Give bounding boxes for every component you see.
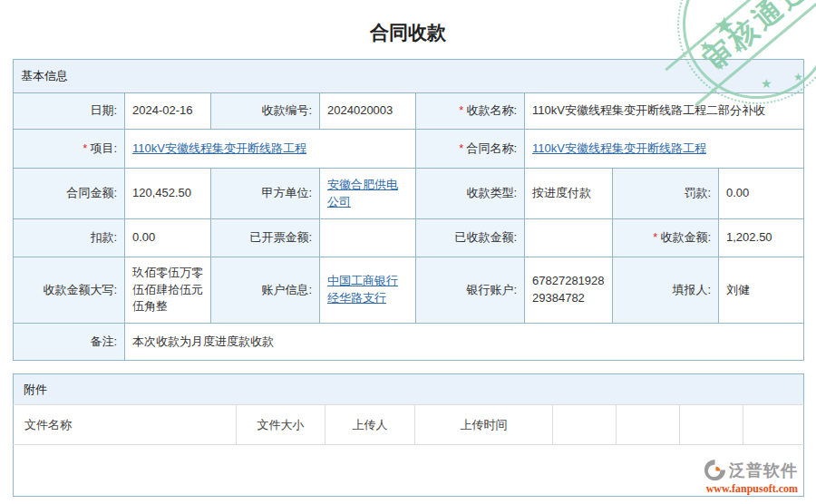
preparer-label: 填报人: (613, 257, 719, 324)
deduction-label: 扣款: (14, 219, 125, 257)
preparer-value: 刘健 (719, 257, 804, 324)
contract-name-label: *合同名称: (416, 130, 525, 169)
basic-info-panel: 基本信息 日期: 2024-02-16 收款编号: 2024020003 *收款… (13, 59, 803, 361)
contract-amount-value: 120,452.50 (125, 169, 211, 219)
amount-in-words-value: 玖佰零伍万零伍佰肆拾伍元伍角整 (125, 257, 211, 324)
attachments-panel: 附件 文件名称 文件大小 上传人 上传时间 泛普软件 (13, 373, 803, 497)
bank-account-label: 银行账户: (416, 257, 525, 324)
date-label: 日期: (14, 93, 125, 130)
attachment-col-uploadtime: 上传时间 (415, 405, 553, 445)
attachments-section-title: 附件 (14, 374, 804, 405)
party-a-value: 安徽合肥供电公司 (320, 169, 416, 219)
required-mark: * (653, 230, 657, 244)
receipt-type-value: 按进度付款 (525, 169, 613, 219)
page-title: 合同收款 (0, 20, 816, 45)
project-value: 110kV安徽线程集变开断线路工程 (125, 130, 416, 169)
required-mark: * (459, 141, 463, 155)
received-amount-value (525, 219, 613, 257)
party-a-label: 甲方单位: (211, 169, 320, 219)
receipt-amount-label: *收款金额: (613, 219, 719, 257)
required-mark: * (459, 103, 463, 117)
attachment-col-filesize: 文件大小 (237, 405, 325, 445)
fanpu-brand: 泛普软件 www.fanpusoft.com (704, 459, 798, 494)
remark-label: 备注: (14, 324, 125, 361)
attachment-col-uploader: 上传人 (325, 405, 415, 445)
basic-info-section-title: 基本信息 (14, 60, 804, 93)
account-info-link[interactable]: 中国工商银行经华路支行 (327, 274, 398, 305)
attachment-col-filename: 文件名称 (14, 405, 237, 445)
contract-amount-label: 合同金额: (14, 169, 125, 219)
project-label: *项目: (14, 130, 125, 169)
attachment-col-empty (680, 405, 743, 445)
received-amount-label: 已收款金额: (416, 219, 525, 257)
attachment-col-empty (743, 405, 804, 445)
invoiced-amount-value (320, 219, 416, 257)
receipt-type-label: 收款类型: (416, 169, 525, 219)
date-value: 2024-02-16 (125, 93, 211, 130)
party-a-link[interactable]: 安徽合肥供电公司 (327, 178, 398, 208)
contract-name-link[interactable]: 110kV安徽线程集变开断线路工程 (532, 141, 706, 155)
remark-value: 本次收款为月度进度款收款 (125, 324, 804, 361)
receipt-name-label: *收款名称: (416, 93, 525, 130)
required-mark: * (83, 141, 87, 155)
amount-in-words-label: 收款金额大写: (14, 257, 125, 324)
project-link[interactable]: 110kV安徽线程集变开断线路工程 (132, 141, 306, 155)
deduction-value: 0.00 (125, 219, 211, 257)
account-info-value: 中国工商银行经华路支行 (320, 257, 416, 324)
attachment-col-empty (617, 405, 680, 445)
brand-name: 泛普软件 (729, 462, 798, 479)
receipt-no-value: 2024020003 (320, 93, 416, 130)
attachments-empty-body: 泛普软件 www.fanpusoft.com (14, 445, 804, 497)
fanpu-logo-icon (704, 459, 726, 481)
account-info-label: 账户信息: (211, 257, 320, 324)
receipt-name-value: 110kV安徽线程集变开断线路工程二部分补收 (525, 93, 804, 130)
penalty-label: 罚款: (613, 169, 719, 219)
invoiced-amount-label: 已开票金额: (211, 219, 320, 257)
receipt-amount-value: 1,202.50 (719, 219, 804, 257)
attachment-col-empty (553, 405, 617, 445)
receipt-no-label: 收款编号: (211, 93, 320, 130)
brand-url[interactable]: www.fanpusoft.com (704, 483, 798, 494)
penalty-value: 0.00 (719, 169, 804, 219)
contract-name-value: 110kV安徽线程集变开断线路工程 (525, 130, 804, 169)
bank-account-value: 6782728192829384782 (525, 257, 613, 324)
